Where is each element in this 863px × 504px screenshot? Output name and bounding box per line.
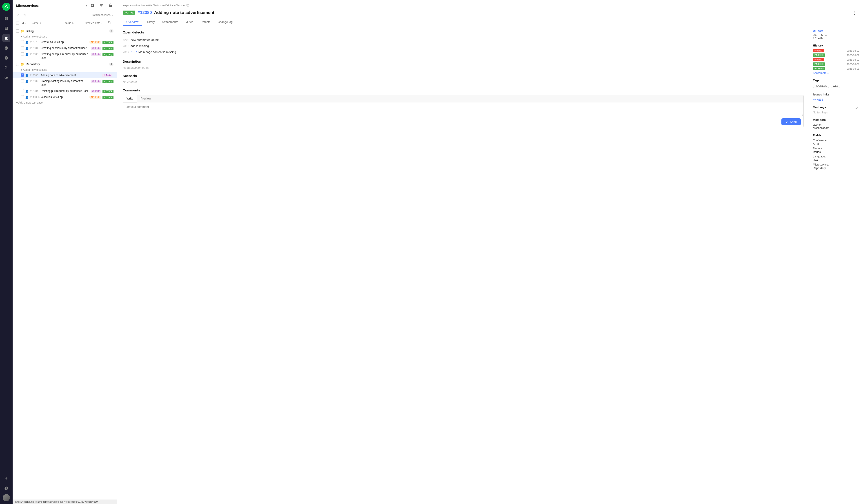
edit-test-keys-button[interactable] [854, 105, 860, 111]
tc-12383-name: Creating new pull request by authorized … [41, 52, 89, 60]
open-defects-section: Open defects #293 new automated defect #… [123, 30, 804, 55]
copy-path-button[interactable] [186, 4, 190, 7]
show-more-button[interactable]: Show more... [813, 72, 860, 75]
issue-body: Open defects #293 new automated defect #… [117, 26, 863, 504]
tc-user-icon: 👤 [25, 53, 28, 56]
tc-user-icon: 👤 [25, 90, 28, 93]
history-row-4: PASSED 2023-03-01 [813, 67, 860, 70]
history-row-2: FAILED 2023-03-02 [813, 58, 860, 61]
issue-link-ae8[interactable]: AE-8 [813, 98, 860, 101]
tc-12383-checkbox[interactable] [21, 52, 24, 55]
tab-mutes[interactable]: Mutes [182, 18, 197, 26]
repository-count: 4 [109, 63, 113, 66]
tc-12381-checkbox[interactable] [21, 46, 24, 49]
defect-317-link[interactable]: AE-7 [130, 50, 137, 54]
table-row[interactable]: 👤 #12384 Deleting pull request by author… [13, 88, 117, 94]
bottom-add-test-case[interactable]: + Add a new test case [13, 100, 117, 105]
members-section: Members Owner: eroshenkoam [813, 118, 860, 130]
tc-12382-tag: UI Tests [91, 80, 101, 83]
fields-section: Fields Confluence: AE-8 Feature: Issues … [813, 134, 860, 170]
col-created-date[interactable]: Created date ↓ [85, 22, 107, 25]
billing-add-test-case[interactable]: + Add a new test case [13, 34, 117, 39]
nav-item-dashboard[interactable] [2, 14, 10, 23]
comment-write-tab[interactable]: Write [123, 95, 137, 102]
select-all-checkbox[interactable] [16, 22, 19, 25]
lock-button[interactable] [107, 2, 113, 9]
table-row[interactable]: 👤 #12378 Create issue via api API Tests … [13, 39, 117, 45]
tc-12384-status: ACTIVE [102, 90, 113, 93]
comments-title: Comments [123, 88, 804, 92]
tab-overview[interactable]: Overview [123, 18, 142, 26]
table-header: Id ⇅ Name ⇅ Status ⇅ Created date ↓ [13, 19, 117, 27]
nav-item-add[interactable]: + [2, 474, 10, 482]
issue-id: #12380 [138, 10, 152, 15]
tab-history[interactable]: History [142, 18, 158, 26]
tc-user-icon: 👤 [25, 41, 28, 44]
table-row[interactable]: 👤 #12382 Closing existing issue by autho… [13, 78, 117, 88]
filter-button[interactable] [98, 2, 104, 9]
repository-checkbox[interactable] [16, 63, 19, 66]
nav-item-search[interactable] [2, 64, 10, 72]
nav-item-help[interactable] [2, 484, 10, 492]
tc-12384-tag: UI Tests [91, 90, 101, 92]
nav-item-launches[interactable] [2, 44, 10, 52]
issue-title: Adding note to advertisement [154, 10, 849, 15]
comment-textarea[interactable] [123, 102, 803, 116]
open-defects-title: Open defects [123, 30, 804, 34]
dropdown-icon[interactable]: ▾ [86, 4, 87, 7]
comment-preview-tab[interactable]: Preview [137, 95, 154, 102]
tags-section: Tags REGRESS WEB [813, 79, 860, 89]
tab-defects[interactable]: Defects [197, 18, 214, 26]
repository-group-name: Repository [26, 62, 108, 66]
nav-item-defects[interactable] [2, 54, 10, 62]
tab-changelog[interactable]: Change log [214, 18, 236, 26]
repository-folder-icon: 📁 [21, 62, 25, 66]
history-date-3: 2023-03-01 [847, 63, 860, 66]
tc-140863-tag: API Tests [89, 96, 101, 99]
tc-user-icon: 👤 [25, 80, 28, 83]
nav-avatar[interactable] [3, 494, 10, 501]
tc-12378-name: Create issue via api [41, 40, 88, 44]
group-billing[interactable]: 📁 Billing 3 [13, 28, 117, 34]
tc-12384-checkbox[interactable] [21, 89, 24, 92]
more-options-button[interactable]: ⋮ [851, 10, 858, 16]
fields-title: Fields [813, 134, 860, 137]
col-name[interactable]: Name ⇅ [32, 22, 63, 25]
star-button[interactable] [23, 13, 27, 17]
tags-title: Tags [813, 79, 860, 82]
table-row[interactable]: ✓ 👤 #12380 Adding note to advertisement … [13, 72, 117, 78]
group-repository[interactable]: 📁 Repository 4 [13, 61, 117, 67]
history-status-1: PASSED [813, 53, 825, 57]
created-date: 2021-05-24 [813, 34, 860, 37]
tab-attachments[interactable]: Attachments [159, 18, 182, 26]
nav-item-reports[interactable] [2, 24, 10, 33]
repository-add-test-case[interactable]: + Add a new test case [13, 67, 117, 72]
add-suite-button[interactable] [89, 2, 96, 9]
tag-regress: REGRESS [813, 84, 829, 88]
nav-item-test-cases[interactable] [2, 34, 10, 42]
main-panel: Microservices ▾ Total test cases: 7 [13, 0, 117, 504]
feature-value: Issues [813, 151, 860, 154]
send-button[interactable]: Send [781, 118, 801, 125]
history-date-2: 2023-03-02 [847, 59, 860, 61]
tc-12378-tag: API Tests [89, 41, 101, 43]
test-keys-title: Test keys [813, 106, 826, 109]
tc-12382-checkbox[interactable] [21, 79, 24, 82]
tc-140863-status: ACTIVE [102, 96, 113, 99]
tc-12378-checkbox[interactable] [21, 40, 24, 43]
confluence-value: AE-8 [813, 142, 860, 145]
table-row[interactable]: 👤 #140863 Close issue via api API Tests … [13, 94, 117, 100]
table-row[interactable]: 👤 #12381 Creating new issue by authorize… [13, 45, 117, 51]
billing-checkbox[interactable] [16, 29, 19, 33]
tc-140863-checkbox[interactable] [21, 95, 24, 99]
nav-item-integrations[interactable] [2, 74, 10, 82]
table-row[interactable]: 👤 #12383 Creating new pull request by au… [13, 51, 117, 61]
copy-column-button[interactable] [108, 21, 113, 25]
col-status[interactable]: Status ⇅ [64, 22, 84, 25]
tc-12380-checkbox[interactable]: ✓ [21, 74, 24, 77]
scenario-title: Scenario [123, 74, 804, 78]
tc-user-icon: 👤 [25, 47, 28, 50]
collapse-button[interactable] [16, 13, 21, 17]
feature-label: Feature: [813, 147, 860, 150]
tc-12381-id: #12381 [30, 47, 39, 49]
